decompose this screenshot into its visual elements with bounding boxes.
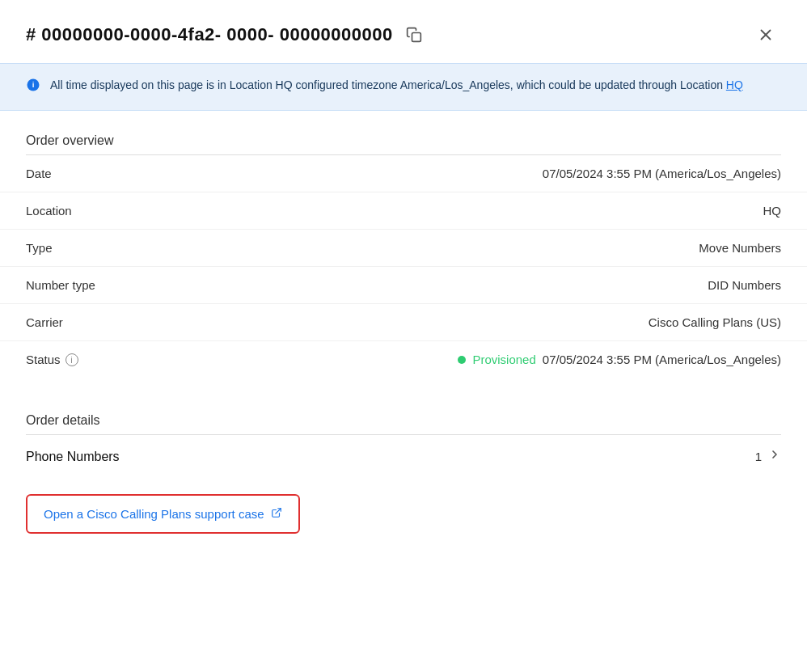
panel-title: # 00000000-0000-4fa2- 0000- 00000000000 <box>26 24 393 45</box>
date-label: Date <box>26 167 52 180</box>
carrier-label: Carrier <box>26 315 63 329</box>
phone-numbers-right: 1 <box>755 448 781 465</box>
phone-numbers-count: 1 <box>755 450 762 463</box>
svg-rect-0 <box>412 33 420 42</box>
date-row: Date 07/05/2024 3:55 PM (America/Los_Ang… <box>0 155 807 192</box>
carrier-row: Carrier Cisco Calling Plans (US) <box>0 304 807 341</box>
type-row: Type Move Numbers <box>0 230 807 267</box>
copy-button[interactable] <box>403 23 425 46</box>
support-case-button[interactable]: Open a Cisco Calling Plans support case <box>26 494 300 534</box>
external-link-icon <box>271 507 282 521</box>
panel-header: # 00000000-0000-4fa2- 0000- 00000000000 <box>0 0 807 63</box>
status-row: Status i Provisioned 07/05/2024 3:55 PM … <box>0 341 807 378</box>
title-group: # 00000000-0000-4fa2- 0000- 00000000000 <box>26 23 425 46</box>
type-label: Type <box>26 241 53 255</box>
status-label: Status i <box>26 353 78 366</box>
spacer-1 <box>0 378 807 391</box>
location-row: Location HQ <box>0 192 807 230</box>
support-case-section: Open a Cisco Calling Plans support case <box>0 478 807 550</box>
number-type-value: DID Numbers <box>708 278 781 292</box>
order-overview-section: Order overview <box>0 111 807 155</box>
status-dot <box>458 356 466 364</box>
info-icon: i <box>26 78 40 97</box>
svg-line-5 <box>275 509 280 514</box>
number-type-row: Number type DID Numbers <box>0 267 807 304</box>
copy-icon <box>406 27 422 43</box>
date-value: 07/05/2024 3:55 PM (America/Los_Angeles) <box>543 167 781 180</box>
close-icon <box>757 26 775 44</box>
phone-numbers-row[interactable]: Phone Numbers 1 <box>0 435 807 478</box>
info-banner: i All time displayed on this page is in … <box>0 63 807 111</box>
order-details-title: Order details <box>26 413 781 428</box>
panel: # 00000000-0000-4fa2- 0000- 00000000000 … <box>0 0 807 672</box>
svg-text:i: i <box>32 80 35 89</box>
close-button[interactable] <box>750 23 781 47</box>
status-timestamp: 07/05/2024 3:55 PM (America/Los_Angeles) <box>543 353 781 366</box>
number-type-label: Number type <box>26 278 95 292</box>
carrier-value: Cisco Calling Plans (US) <box>649 315 781 329</box>
phone-numbers-label: Phone Numbers <box>26 450 120 464</box>
chevron-right-icon <box>768 448 781 465</box>
status-info-icon[interactable]: i <box>65 353 78 366</box>
location-label: Location <box>26 204 72 218</box>
location-value: HQ <box>763 204 782 218</box>
status-value: Provisioned 07/05/2024 3:55 PM (America/… <box>458 353 781 366</box>
type-value: Move Numbers <box>699 241 781 255</box>
status-provisioned-label: Provisioned <box>472 353 535 366</box>
info-banner-text: All time displayed on this page is in Lo… <box>50 77 743 94</box>
order-details-section: Order details <box>0 391 807 435</box>
support-case-label: Open a Cisco Calling Plans support case <box>44 507 264 521</box>
order-overview-title: Order overview <box>26 133 781 148</box>
hq-link[interactable]: HQ <box>726 78 743 91</box>
order-overview-rows: Date 07/05/2024 3:55 PM (America/Los_Ang… <box>0 155 807 378</box>
